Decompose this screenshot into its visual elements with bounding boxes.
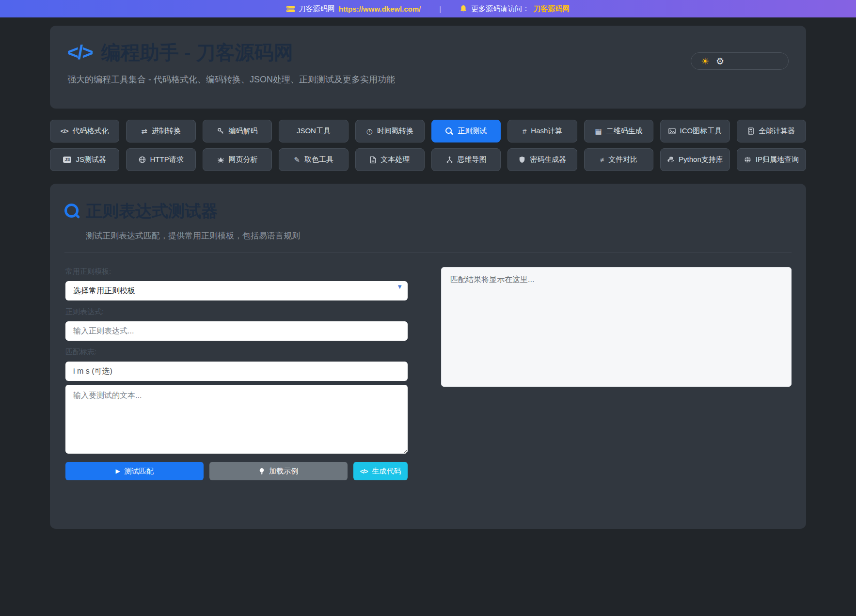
mindmap-icon	[446, 156, 453, 163]
tab-file-diff[interactable]: ≠ 文件对比	[584, 148, 653, 171]
topbar-site-name: 刀客源码网	[299, 4, 335, 14]
tab-encode-decode[interactable]: 编码解码	[203, 120, 272, 142]
tab-label: 二维码生成	[606, 126, 643, 136]
ip-globe-icon	[744, 156, 751, 163]
site-url-link[interactable]: https://www.dkewl.com/	[339, 5, 421, 13]
section-divider	[64, 252, 792, 253]
regex-input[interactable]	[65, 321, 408, 341]
server-icon	[286, 5, 295, 13]
tab-hash-calc[interactable]: # Hash计算	[507, 120, 577, 142]
load-example-label: 加载示例	[269, 467, 298, 476]
tab-label: 正则测试	[458, 126, 487, 136]
tab-label: 代码格式化	[73, 126, 109, 136]
test-match-label: 测试匹配	[125, 467, 154, 476]
play-icon: ▶	[115, 468, 120, 474]
flags-input[interactable]	[65, 362, 408, 381]
load-example-button[interactable]: 加载示例	[209, 462, 348, 480]
python-icon	[667, 156, 674, 163]
tab-label: 网页分析	[229, 155, 258, 164]
tab-label: 全能计算器	[759, 126, 795, 136]
tab-regex-test[interactable]: 正则测试	[431, 120, 501, 142]
results-column: 匹配结果将显示在这里...	[420, 267, 792, 509]
calculator-icon	[747, 127, 754, 135]
tab-color-picker[interactable]: ✎ 取色工具	[279, 148, 348, 171]
match-results-panel: 匹配结果将显示在这里...	[441, 267, 792, 387]
spider-icon	[217, 156, 224, 163]
clock-icon: ◷	[366, 127, 373, 135]
tab-password-gen[interactable]: 密码生成器	[507, 148, 577, 171]
tab-calculator[interactable]: 全能计算器	[737, 120, 806, 142]
regex-form: 常用正则模板: 选择常用正则模板 ▼ 正则表达式: 匹配标志: ▶ 测试匹配 加…	[65, 267, 408, 509]
pen-icon: ✎	[294, 156, 300, 163]
regex-label: 正则表达式:	[65, 307, 408, 316]
theme-toggle[interactable]: ☀ ⚙	[691, 52, 789, 70]
tab-label: HTTP请求	[150, 155, 184, 164]
tab-label: 文件对比	[608, 155, 637, 164]
tab-row-1: </> 代码格式化 ⇄ 进制转换 编码解码 JSON工具 ◷ 时间戳转换 正则测…	[50, 120, 806, 142]
more-source-link[interactable]: 刀客源码网	[533, 4, 570, 14]
hash-icon: #	[523, 127, 526, 135]
tab-js-tester[interactable]: JS JS测试器	[50, 148, 119, 171]
section-title: 正则表达式测试器	[86, 200, 218, 222]
tab-label: JSON工具	[297, 126, 331, 136]
bell-icon	[460, 5, 467, 13]
tab-qrcode[interactable]: ▦ 二维码生成	[584, 120, 653, 142]
tab-code-format[interactable]: </> 代码格式化	[50, 120, 119, 142]
tab-json-tools[interactable]: JSON工具	[279, 120, 348, 142]
template-select[interactable]: 选择常用正则模板 ▼	[65, 281, 408, 300]
tab-text-process[interactable]: 文本处理	[355, 148, 425, 171]
search-icon	[445, 127, 453, 135]
code-icon: </>	[61, 128, 68, 134]
topbar-notice: 更多源码请访问：	[471, 4, 529, 14]
section-subtitle: 测试正则表达式匹配，提供常用正则模板，包括易语言规则	[86, 230, 792, 241]
page-title: 编程助手 - 刀客源码网	[101, 39, 293, 66]
js-icon: JS	[63, 157, 71, 163]
generate-code-label: 生成代码	[372, 467, 401, 476]
search-icon	[64, 204, 80, 219]
swap-arrows-icon: ⇄	[141, 127, 147, 135]
tab-label: ICO图标工具	[680, 126, 722, 136]
tab-base-convert[interactable]: ⇄ 进制转换	[126, 120, 195, 142]
gear-icon[interactable]: ⚙	[716, 56, 724, 67]
sun-icon[interactable]: ☀	[701, 56, 709, 67]
not-equal-icon: ≠	[600, 156, 604, 163]
tab-label: 取色工具	[304, 155, 333, 164]
tab-label: 时间戳转换	[377, 126, 413, 136]
document-icon	[370, 156, 376, 163]
tab-mindmap[interactable]: 思维导图	[431, 148, 501, 171]
image-icon	[668, 127, 676, 135]
test-match-button[interactable]: ▶ 测试匹配	[65, 462, 204, 480]
tab-http-request[interactable]: HTTP请求	[126, 148, 195, 171]
tab-label: Python支持库	[679, 155, 723, 164]
tab-label: JS测试器	[76, 155, 106, 164]
tab-label: IP归属地查询	[756, 155, 799, 164]
tool-tabs: </> 代码格式化 ⇄ 进制转换 编码解码 JSON工具 ◷ 时间戳转换 正则测…	[50, 120, 806, 171]
chevron-down-icon: ▼	[396, 283, 403, 290]
page-subtitle: 强大的编程工具集合 - 代码格式化、编码转换、JSON处理、正则测试及更多实用功…	[67, 74, 789, 85]
bulb-icon	[259, 468, 265, 475]
tab-timestamp[interactable]: ◷ 时间戳转换	[355, 120, 425, 142]
regex-tester-card: 正则表达式测试器 测试正则表达式匹配，提供常用正则模板，包括易语言规则 常用正则…	[50, 184, 806, 529]
code-icon: </>	[360, 468, 368, 474]
key-icon	[217, 127, 224, 135]
generate-code-button[interactable]: </> 生成代码	[353, 462, 408, 480]
code-logo-icon: </>	[67, 42, 93, 63]
header-card: </> 编程助手 - 刀客源码网 强大的编程工具集合 - 代码格式化、编码转换、…	[50, 26, 806, 109]
tab-label: 编码解码	[229, 126, 258, 136]
template-select-value: 选择常用正则模板	[73, 286, 135, 296]
globe-icon	[139, 156, 146, 163]
tab-python-libs[interactable]: Python支持库	[660, 148, 729, 171]
test-text-input[interactable]	[65, 385, 408, 454]
topbar-separator: |	[439, 5, 441, 13]
shield-icon	[519, 156, 525, 163]
qrcode-icon: ▦	[595, 127, 602, 135]
flags-label: 匹配标志:	[65, 347, 408, 357]
tab-label: 文本处理	[380, 155, 410, 164]
tab-ip-lookup[interactable]: IP归属地查询	[737, 148, 806, 171]
template-label: 常用正则模板:	[65, 267, 408, 276]
tab-label: 密码生成器	[530, 155, 566, 164]
tab-web-analyze[interactable]: 网页分析	[203, 148, 272, 171]
tab-ico-tools[interactable]: ICO图标工具	[660, 120, 729, 142]
tab-label: 进制转换	[152, 126, 181, 136]
tab-label: 思维导图	[458, 155, 487, 164]
